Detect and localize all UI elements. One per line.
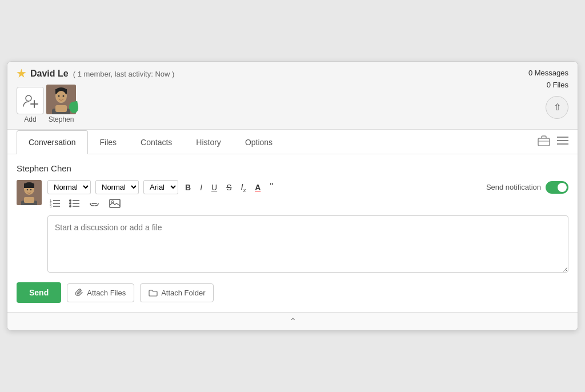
composer-avatar	[17, 180, 42, 205]
tab-files[interactable]: Files	[88, 130, 129, 154]
top-bar-left: ★ David Le ( 1 member, last activity: No…	[17, 67, 174, 123]
link-button[interactable]	[86, 198, 102, 210]
tabs-bar: Conversation Files Contacts History Opti…	[7, 130, 578, 154]
send-notification: Send notification	[486, 181, 568, 194]
svg-point-23	[30, 189, 32, 191]
add-label: Add	[24, 115, 36, 123]
notification-toggle[interactable]	[546, 181, 568, 194]
toolbar-row1: Normal Normal Arial B I U S Ix A "	[47, 180, 568, 194]
add-member-button[interactable]: Add	[17, 87, 44, 123]
svg-point-39	[111, 201, 114, 203]
bold-button[interactable]: B	[183, 182, 193, 193]
tab-conversation[interactable]: Conversation	[17, 130, 88, 154]
attach-files-label: Attach Files	[87, 289, 126, 297]
svg-point-21	[24, 182, 34, 188]
composer: Normal Normal Arial B I U S Ix A "	[17, 180, 568, 274]
svg-point-35	[69, 199, 71, 202]
svg-point-22	[27, 189, 29, 191]
svg-text:3.: 3.	[50, 205, 52, 208]
files-count: 0 Files	[528, 79, 568, 91]
actions-row: Send Attach Files Attach Folder	[17, 282, 568, 303]
messages-count: 0 Messages	[528, 67, 568, 79]
svg-point-37	[69, 205, 71, 207]
bottom-chevron-icon[interactable]: ⌃	[289, 316, 296, 327]
attach-folder-button[interactable]: Attach Folder	[140, 283, 214, 302]
bottom-bar: ⌃	[7, 312, 578, 330]
message-input[interactable]	[47, 215, 568, 273]
svg-rect-25	[24, 197, 34, 203]
composer-right: Normal Normal Arial B I U S Ix A "	[47, 180, 568, 274]
svg-point-36	[69, 202, 71, 205]
tabs: Conversation Files Contacts History Opti…	[17, 130, 285, 154]
ordered-list-button[interactable]: 1. 2. 3.	[47, 198, 62, 211]
underline-button[interactable]: U	[209, 182, 219, 193]
star-icon: ★	[17, 67, 26, 80]
messages-info: 0 Messages 0 Files	[528, 67, 568, 91]
page-title: David Le	[30, 69, 69, 79]
content-area: Stephen Chen	[7, 154, 578, 312]
member-info: ( 1 member, last activity: Now )	[73, 70, 175, 78]
attach-folder-label: Attach Folder	[161, 289, 205, 297]
svg-rect-38	[110, 199, 120, 207]
format-select-2[interactable]: Normal	[95, 180, 139, 194]
main-window: ★ David Le ( 1 member, last activity: No…	[7, 61, 578, 331]
add-member-icon	[17, 87, 44, 114]
font-select[interactable]: Arial	[143, 180, 178, 194]
avatar-label: Stephen	[49, 115, 74, 123]
image-button[interactable]	[107, 198, 123, 211]
send-button[interactable]: Send	[17, 282, 61, 303]
unordered-list-button[interactable]	[67, 198, 82, 211]
avatars-row: Add	[17, 85, 174, 123]
menu-icon[interactable]	[557, 136, 568, 148]
briefcase-icon[interactable]	[538, 135, 550, 149]
format-select-1[interactable]: Normal	[47, 180, 91, 194]
svg-point-9	[58, 95, 60, 97]
attach-files-button[interactable]: Attach Files	[67, 283, 134, 302]
clear-format-button[interactable]: Ix	[238, 181, 248, 194]
font-color-button[interactable]: A	[253, 182, 263, 193]
title-row: ★ David Le ( 1 member, last activity: No…	[17, 67, 174, 80]
svg-rect-13	[538, 138, 550, 146]
avatar-container: Stephen	[46, 85, 76, 123]
tab-icons	[538, 135, 568, 149]
tab-contacts[interactable]: Contacts	[129, 130, 184, 154]
strikethrough-button[interactable]: S	[224, 182, 234, 193]
tab-options[interactable]: Options	[233, 130, 285, 154]
send-notification-label: Send notification	[486, 183, 541, 191]
toolbar-row2: 1. 2. 3.	[47, 198, 568, 211]
top-bar-right: 0 Messages 0 Files ⇧	[528, 67, 568, 119]
svg-point-0	[26, 95, 31, 101]
svg-point-10	[63, 95, 65, 97]
tab-history[interactable]: History	[184, 130, 233, 154]
svg-rect-12	[55, 105, 67, 112]
quote-button[interactable]: "	[267, 180, 275, 194]
italic-button[interactable]: I	[198, 182, 205, 193]
collapse-button[interactable]: ⇧	[546, 96, 568, 119]
top-bar: ★ David Le ( 1 member, last activity: No…	[7, 62, 578, 130]
recipient-name: Stephen Chen	[17, 163, 568, 173]
